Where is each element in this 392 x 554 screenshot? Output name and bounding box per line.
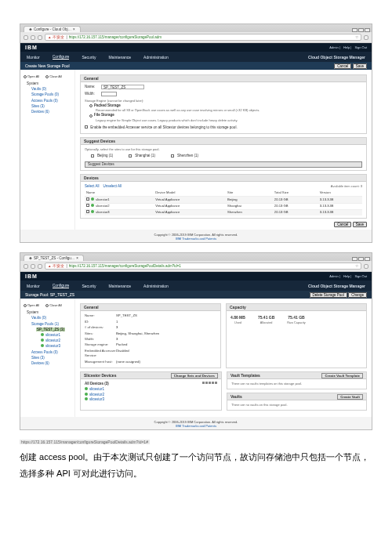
table-row[interactable]: slicestor1 Virtual ApplianceBeijing 20.1…: [85, 197, 362, 203]
back-button[interactable]: [24, 35, 28, 40]
close-icon[interactable]: ×: [76, 256, 78, 260]
figure-caption: https://172.16.157.115/manager/configure…: [20, 440, 372, 444]
list-item[interactable]: slicestor1: [89, 387, 104, 391]
tab-title: Configure - Cloud Obj…: [34, 27, 71, 31]
site-beijing-check[interactable]: [91, 154, 94, 158]
security-text: 不安全: [53, 35, 64, 39]
tree-slicestor[interactable]: slicestor2: [45, 339, 60, 342]
create-vault-button[interactable]: Create Vault: [337, 394, 363, 400]
tree-access-pools[interactable]: Access Pools (0): [24, 98, 71, 103]
site-shenzhen-check[interactable]: [171, 154, 174, 158]
open-all[interactable]: Open All: [24, 74, 39, 78]
name-label: Name:: [85, 85, 99, 90]
close-all[interactable]: Close All: [45, 303, 62, 307]
patent-link[interactable]: IBM Trademarks and Patents: [176, 424, 216, 428]
save-button[interactable]: Save: [353, 63, 367, 69]
site-shanghai-check[interactable]: [129, 154, 132, 158]
width-select[interactable]: [101, 92, 117, 96]
close-icon[interactable]: ×: [73, 27, 75, 31]
tree-vaults[interactable]: Vaults (0): [24, 315, 71, 320]
browser-tab[interactable]: ◈ Configure - Cloud Obj… ×: [24, 26, 81, 32]
nav-security[interactable]: Security: [82, 284, 96, 288]
radio-file[interactable]: [89, 114, 93, 118]
page-bar: Storage Pool: SP_TEST_ZS Delete Storage …: [20, 291, 372, 299]
tree-sites[interactable]: Sites (3): [24, 103, 71, 109]
tree-storage-pools[interactable]: Storage Pools (0): [24, 92, 71, 97]
unselect-all[interactable]: Unselect All: [103, 184, 122, 188]
name-input[interactable]: SP_TEST_ZS: [101, 85, 144, 89]
tree-access-pools[interactable]: Access Pools (0): [24, 349, 71, 355]
embedded-label: Enable the embedded Accesser service on …: [90, 125, 237, 129]
save-button-bottom[interactable]: Save: [353, 222, 367, 227]
nav-administration[interactable]: Administration: [143, 284, 169, 288]
tree-devices[interactable]: Devices (6): [24, 360, 71, 366]
nav-security[interactable]: Security: [82, 55, 96, 60]
forward-button[interactable]: [31, 264, 35, 269]
cancel-button[interactable]: Cancel: [334, 63, 351, 69]
change-button[interactable]: Change: [348, 292, 367, 298]
tree-slicestor[interactable]: slicestor3: [45, 344, 60, 348]
tree-slicestor[interactable]: slicestor1: [45, 333, 60, 337]
suggest-devices-button[interactable]: Suggest Devices: [85, 161, 362, 168]
nav-configure[interactable]: Configure: [53, 54, 70, 60]
favicon-icon: ◈: [29, 27, 32, 31]
tree-sp-selected[interactable]: SP_TEST_ZS (3): [36, 328, 65, 331]
menu-button[interactable]: [364, 264, 368, 269]
delete-pool-button[interactable]: Delete Storage Pool: [310, 292, 347, 298]
select-all[interactable]: Select All: [85, 184, 100, 188]
link-signout[interactable]: Sign Out: [354, 274, 367, 278]
url-text: https://172.16.157.115/manager/configure…: [69, 35, 162, 39]
back-button[interactable]: [24, 264, 28, 269]
slicestor-panel: Slicestor Devices Change Sets and Device…: [80, 371, 222, 411]
nav-maintenance[interactable]: Maintenance: [108, 284, 131, 288]
bookmark-icon[interactable]: ☆: [355, 35, 358, 39]
link-help[interactable]: Help: [343, 45, 350, 49]
list-item[interactable]: slicestor2: [89, 393, 104, 396]
create-vault-template-button[interactable]: Create Vault Template: [321, 373, 363, 378]
window-controls[interactable]: [352, 257, 372, 261]
browser-chrome: ◈ SP_TEST_ZS - Configu… × ▲ 不安全 | https:…: [20, 253, 372, 272]
product-name: Cloud Object Storage Manager: [308, 55, 365, 60]
tree-system[interactable]: System: [24, 310, 71, 315]
cancel-button-bottom[interactable]: Cancel: [334, 222, 351, 227]
tree-vaults[interactable]: Vaults (0): [24, 86, 71, 92]
nav-maintenance[interactable]: Maintenance: [108, 55, 131, 60]
list-item[interactable]: slicestor3: [89, 397, 104, 401]
table-row[interactable]: slicestor3 Virtual ApplianceShenzhen 20.…: [85, 209, 362, 215]
bookmark-icon[interactable]: ☆: [355, 264, 358, 268]
reload-button[interactable]: [38, 35, 42, 40]
nav-administration[interactable]: Administration: [143, 55, 169, 60]
link-help[interactable]: Help: [343, 274, 350, 278]
ibm-logo: IBM: [25, 273, 38, 279]
width-label: Width:: [85, 92, 99, 97]
embedded-checkbox[interactable]: [85, 125, 88, 129]
change-sets-button[interactable]: Change Sets and Devices: [171, 373, 218, 378]
address-bar[interactable]: ▲ 不安全 | https://172.16.157.115/manager/c…: [45, 263, 361, 270]
nav-configure[interactable]: Configure: [53, 283, 70, 288]
nav-monitor[interactable]: Monitor: [27, 55, 40, 60]
address-bar[interactable]: ▲ 不安全 | https://172.16.157.115/manager/c…: [45, 34, 361, 41]
ibm-nav: Monitor Configure Security Maintenance A…: [20, 52, 372, 62]
reload-button[interactable]: [38, 264, 42, 269]
link-admin[interactable]: Admin: [329, 274, 338, 278]
radio-packed[interactable]: [89, 104, 93, 107]
link-admin[interactable]: Admin: [329, 45, 338, 49]
tree-storage-pools[interactable]: Storage Pools (1): [24, 321, 71, 327]
tree-system[interactable]: System: [24, 81, 71, 86]
status-icons: [202, 382, 217, 387]
menu-button[interactable]: [364, 35, 368, 40]
open-all[interactable]: Open All: [24, 303, 39, 307]
link-signout[interactable]: Sign Out: [354, 45, 367, 49]
tree-devices[interactable]: Devices (6): [24, 109, 71, 114]
file-desc: Legacy engine for Simple Object use case…: [96, 118, 362, 123]
close-all[interactable]: Close All: [45, 74, 62, 78]
forward-button[interactable]: [31, 35, 35, 40]
nav-monitor[interactable]: Monitor: [27, 284, 40, 288]
table-row[interactable]: slicestor2 Virtual ApplianceShanghai 20.…: [85, 203, 362, 209]
browser-tab[interactable]: ◈ SP_TEST_ZS - Configu… ×: [24, 255, 84, 261]
page-title: Create New Storage Pool: [25, 63, 70, 68]
window-controls[interactable]: [352, 28, 372, 32]
patent-link[interactable]: IBM Trademarks and Patents: [176, 237, 216, 241]
tree-sites[interactable]: Sites (3): [24, 355, 71, 360]
all-devices[interactable]: All Devices (3): [85, 382, 109, 387]
